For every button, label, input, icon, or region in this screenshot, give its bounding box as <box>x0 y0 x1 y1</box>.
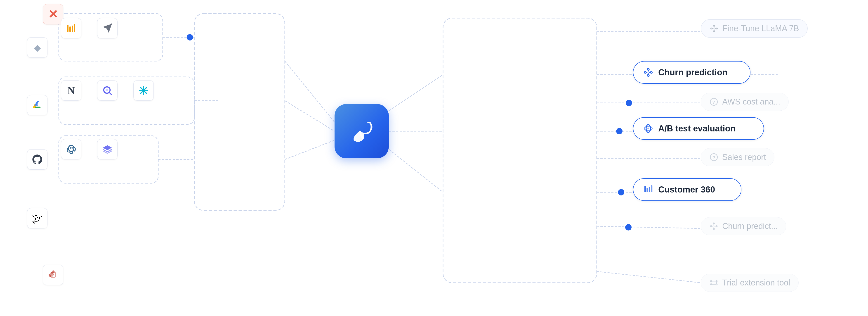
svg-point-72 <box>713 223 714 224</box>
svg-point-43 <box>71 147 73 149</box>
fine-tune-label: Fine-Tune LLaMA 7B <box>722 24 799 33</box>
svg-rect-33 <box>74 24 75 32</box>
fine-tune-node[interactable]: Fine-Tune LLaMA 7B <box>701 19 808 38</box>
customer-360-icon <box>643 184 654 196</box>
svg-point-41 <box>68 145 74 151</box>
aws-cost-label: AWS cost ana... <box>722 97 780 107</box>
svg-point-71 <box>710 226 712 227</box>
svg-point-46 <box>651 71 652 73</box>
databricks-icon-node[interactable] <box>97 139 118 160</box>
ab-test-node[interactable]: A/B test evaluation <box>633 117 764 140</box>
svg-point-22 <box>626 100 632 106</box>
svg-point-18 <box>618 189 624 196</box>
churn-prediction-label: Churn prediction <box>658 68 727 77</box>
center-hub[interactable] <box>335 104 389 159</box>
svg-point-74 <box>713 228 714 230</box>
svg-point-54 <box>647 127 649 130</box>
ab-test-icon <box>643 123 654 134</box>
svg-rect-55 <box>645 186 646 192</box>
svg-rect-58 <box>651 185 653 192</box>
svg-point-35 <box>105 89 108 91</box>
svg-point-60 <box>713 25 715 26</box>
svg-point-25 <box>625 224 631 230</box>
customer-360-label: Customer 360 <box>658 185 715 195</box>
seed-sidebar-icon[interactable]: ◆ <box>27 37 48 58</box>
svg-text:?: ? <box>712 155 715 160</box>
bars-icon-node[interactable] <box>61 18 81 38</box>
trial-extension-node[interactable]: Trial extension tool <box>701 274 799 292</box>
puzzle-sidebar-icon[interactable] <box>43 265 63 285</box>
send-icon-node[interactable] <box>97 18 118 38</box>
svg-line-24 <box>597 226 701 228</box>
postgresql-icon-node[interactable] <box>61 139 81 160</box>
github-sidebar-icon[interactable] <box>27 149 48 170</box>
trial-extension-label: Trial extension tool <box>722 278 790 287</box>
bird-sidebar-icon[interactable]: 🕊 <box>27 208 48 228</box>
svg-point-82 <box>716 284 717 285</box>
ab-test-label: A/B test evaluation <box>658 124 736 134</box>
canvas: ✕ ◆ 🕊 <box>0 0 868 316</box>
svg-point-47 <box>647 75 649 77</box>
svg-point-27 <box>187 34 193 40</box>
google-drive-sidebar-icon[interactable] <box>27 95 48 115</box>
svg-line-9 <box>285 140 335 160</box>
svg-rect-30 <box>67 25 68 32</box>
churn-predict2-node[interactable]: Churn predict... <box>701 217 786 235</box>
svg-point-16 <box>616 128 622 134</box>
svg-point-59 <box>711 28 712 29</box>
svg-line-7 <box>285 61 335 122</box>
svg-line-36 <box>109 92 112 94</box>
svg-line-8 <box>285 100 335 131</box>
svg-line-13 <box>389 149 443 192</box>
svg-point-80 <box>716 281 717 282</box>
aws-cost-node[interactable]: ? AWS cost ana... <box>701 93 789 111</box>
svg-text:?: ? <box>712 99 715 105</box>
svg-point-73 <box>716 226 717 227</box>
asterisk-icon-node[interactable] <box>133 80 154 100</box>
svg-point-44 <box>645 71 646 73</box>
svg-point-42 <box>70 147 71 149</box>
svg-rect-31 <box>69 26 71 32</box>
sales-report-node[interactable]: ? Sales report <box>701 148 774 166</box>
notion-icon-node[interactable]: N <box>61 80 81 100</box>
svg-rect-57 <box>649 187 650 192</box>
svg-point-81 <box>710 284 712 285</box>
customer-360-node[interactable]: Customer 360 <box>633 178 741 201</box>
search-icon-node[interactable] <box>97 80 118 100</box>
close-sidebar-icon[interactable]: ✕ <box>43 4 63 24</box>
svg-rect-56 <box>647 188 648 192</box>
churn-predict2-label: Churn predict... <box>722 222 778 231</box>
sales-report-label: Sales report <box>722 152 766 162</box>
svg-point-61 <box>716 28 717 29</box>
svg-line-11 <box>389 75 443 111</box>
svg-line-26 <box>597 271 701 283</box>
churn-prediction-node[interactable]: Churn prediction <box>633 61 750 84</box>
svg-point-79 <box>710 281 712 282</box>
svg-point-45 <box>647 68 649 70</box>
svg-rect-32 <box>72 26 73 32</box>
svg-point-62 <box>713 31 715 32</box>
churn-prediction-icon <box>643 66 654 78</box>
svg-rect-6 <box>194 13 285 210</box>
svg-rect-10 <box>443 18 597 283</box>
